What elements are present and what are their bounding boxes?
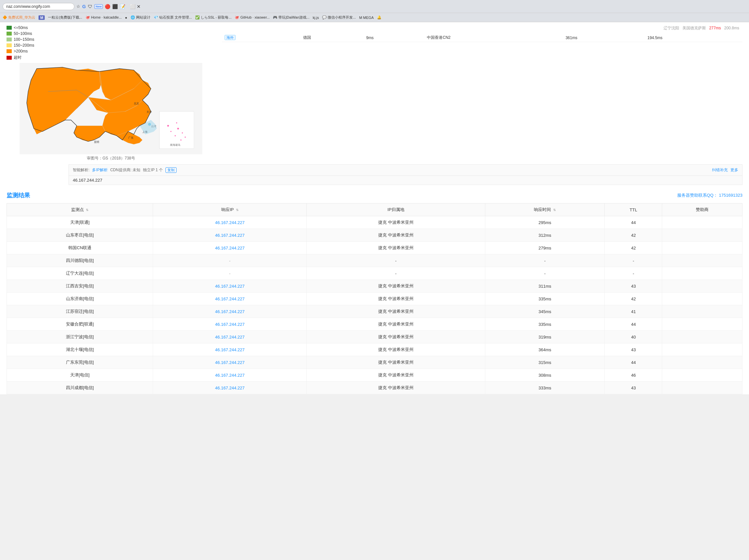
- col-monitor[interactable]: 监测点 ⇅: [7, 203, 153, 216]
- correct-link[interactable]: 纠错补充: [712, 167, 728, 173]
- legend-item-50ms: <=50ms: [6, 25, 215, 30]
- bookmark-ssl[interactable]: ✅ しらSSL - 获取每...: [195, 15, 231, 20]
- copy-button[interactable]: 复制: [166, 167, 176, 173]
- bookmark-mega[interactable]: M MEGA: [359, 16, 374, 20]
- bookmark-yiliyun[interactable]: 一粒云(免费版)下载...: [48, 15, 82, 20]
- bookmark-daiwan[interactable]: 🎮 带玩|DaiWan游戏...: [273, 15, 309, 20]
- ip-link[interactable]: 46.167.244.227: [215, 296, 244, 301]
- cell-ip[interactable]: 46.167.244.227: [153, 343, 307, 356]
- cell-location: -: [307, 267, 485, 280]
- cell-location: 捷克 中波希米亚州: [307, 331, 485, 343]
- bookmark-notify[interactable]: 🔔: [377, 15, 382, 20]
- cell-ttl: 46: [605, 369, 662, 382]
- cell-monitor: 四川成都[电信]: [7, 382, 153, 394]
- bookmark-huawei[interactable]: 🔶 免费试用_华为云: [3, 15, 35, 20]
- col-ttl: TTL: [605, 203, 662, 216]
- ip-link[interactable]: 46.167.244.227: [215, 348, 244, 352]
- bookmark-zhishi[interactable]: 💎 钻石投票 文件管理...: [154, 15, 192, 20]
- bookmark-kj[interactable]: kj.js: [313, 16, 319, 20]
- svg-point-9: [180, 140, 182, 141]
- ext-icon-2: ⬛: [112, 4, 118, 9]
- cell-time: -: [485, 267, 605, 280]
- bookmark-website[interactable]: 🌐 网站设计: [131, 15, 150, 20]
- ip-link[interactable]: 46.167.244.227: [215, 309, 244, 314]
- cell-sponsor: [662, 242, 743, 254]
- cell-monitor: 湖北十堰[电信]: [7, 343, 153, 356]
- legend-color-50ms: [6, 26, 12, 30]
- cell-monitor: 广东东莞[电信]: [7, 356, 153, 369]
- ip-link[interactable]: 46.167.244.227: [215, 385, 244, 390]
- ip-link[interactable]: 46.167.244.227: [215, 360, 244, 365]
- bookmark-dot[interactable]: ●: [125, 16, 127, 20]
- contact-qq: 1751691323: [719, 193, 743, 198]
- bookmark-wechat[interactable]: 💬 微信小程序开发...: [322, 15, 356, 20]
- cell-ip[interactable]: 46.167.244.227: [153, 305, 307, 318]
- cell-ip[interactable]: 46.167.244.227: [153, 356, 307, 369]
- ip-link[interactable]: 46.167.244.227: [215, 373, 244, 378]
- svg-rect-2: [159, 112, 194, 149]
- cell-monitor: 浙江宁波[电信]: [7, 331, 153, 343]
- svg-text:天津: 天津: [147, 111, 152, 113]
- cell-location: 捷克 中波希米亚州: [307, 242, 485, 254]
- legend-item-150ms: 100~150ms: [6, 37, 215, 42]
- legend-color-over200ms: [6, 49, 12, 53]
- bookmark-github[interactable]: 🐙 GitHub · xiaower...: [235, 15, 270, 20]
- legend-label-timeout: 超时: [14, 55, 22, 60]
- cell-location: 捷克 中波希米亚州: [307, 382, 485, 394]
- cell-sponsor: [662, 267, 743, 280]
- cell-ip[interactable]: 46.167.244.227: [153, 229, 307, 242]
- cdn-info: CDN提供商: 未知: [110, 167, 141, 173]
- svg-point-4: [170, 131, 172, 132]
- cell-ttl: 40: [605, 331, 662, 343]
- multi-ip-link[interactable]: 多IP解析: [92, 167, 107, 173]
- cell-monitor: 山东枣庄[电信]: [7, 229, 153, 242]
- cell-sponsor: [662, 216, 743, 229]
- cell-ip[interactable]: 46.167.244.227: [153, 318, 307, 331]
- results-table: 监测点 ⇅ 响应IP ⇅ IP归属地 响应时间 ⇅ TTL 赞助商: [6, 203, 743, 394]
- url-bar[interactable]: naz.com/www.ongify.com: [3, 3, 74, 10]
- cell-ip[interactable]: 46.167.244.227: [153, 382, 307, 394]
- cell-ttl: 41: [605, 305, 662, 318]
- table-row: 天津[电信] 46.167.244.227 捷克 中波希米亚州 308ms 46: [7, 369, 743, 382]
- cell-ip[interactable]: 46.167.244.227: [153, 369, 307, 382]
- independent-ip: 独立IP 1 个: [143, 167, 163, 173]
- cell-ip[interactable]: 46.167.244.227: [153, 293, 307, 305]
- bookmark-m[interactable]: M: [39, 15, 45, 20]
- ip-link[interactable]: 46.167.244.227: [215, 220, 244, 225]
- cell-time: 315ms: [485, 356, 605, 369]
- col-response[interactable]: 响应时间 ⇅: [485, 203, 605, 216]
- cell-ttl: -: [605, 254, 662, 267]
- cell-ip[interactable]: 46.167.244.227: [153, 242, 307, 254]
- cell-ip[interactable]: 46.167.244.227: [153, 280, 307, 293]
- ip-link[interactable]: 46.167.244.227: [215, 246, 244, 250]
- ip-link[interactable]: 46.167.244.227: [215, 322, 244, 327]
- results-header: 监测结果 服务器赞助联系QQ： 1751691323: [6, 192, 743, 199]
- ip-link[interactable]: 46.167.244.227: [215, 233, 244, 238]
- ext-icon-3: 📝: [120, 4, 125, 9]
- ip-link[interactable]: 46.167.244.227: [215, 284, 244, 289]
- cell-sponsor: [662, 331, 743, 343]
- sort-response: ⇅: [553, 208, 556, 212]
- cell-time: 364ms: [485, 343, 605, 356]
- ip-link[interactable]: 46.167.244.227: [215, 335, 244, 339]
- table-row: 天津[联通] 46.167.244.227 捷克 中波希米亚州 295ms 44: [7, 216, 743, 229]
- results-contact: 服务器赞助联系QQ： 1751691323: [677, 193, 743, 198]
- cell-ip[interactable]: 46.167.244.227: [153, 216, 307, 229]
- above-fold-note: 辽宁沈阳 美国德克萨斯 277ms 200.8ms: [222, 25, 743, 31]
- ip-display: 46.167.244.227: [68, 176, 743, 185]
- cell-ip[interactable]: 46.167.244.227: [153, 331, 307, 343]
- legend-color-timeout: [6, 56, 12, 60]
- bookmark-home[interactable]: 🐙 Home · kalcaddle...: [86, 15, 122, 20]
- cell-time: 345ms: [485, 305, 605, 318]
- cell-time: 335ms: [485, 318, 605, 331]
- cell-time: 311ms: [485, 280, 605, 293]
- map-caption: 审图号：GS（2018）738号: [6, 156, 215, 161]
- cell-sponsor: [662, 382, 743, 394]
- cell-monitor: 辽宁大连[电信]: [7, 267, 153, 280]
- svg-point-7: [182, 132, 183, 134]
- more-link[interactable]: 更多: [730, 167, 738, 173]
- star-icon: ☆: [77, 4, 80, 9]
- col-ip[interactable]: 响应IP ⇅: [153, 203, 307, 216]
- cell-time: 333ms: [485, 382, 605, 394]
- cell-ttl: 44: [605, 318, 662, 331]
